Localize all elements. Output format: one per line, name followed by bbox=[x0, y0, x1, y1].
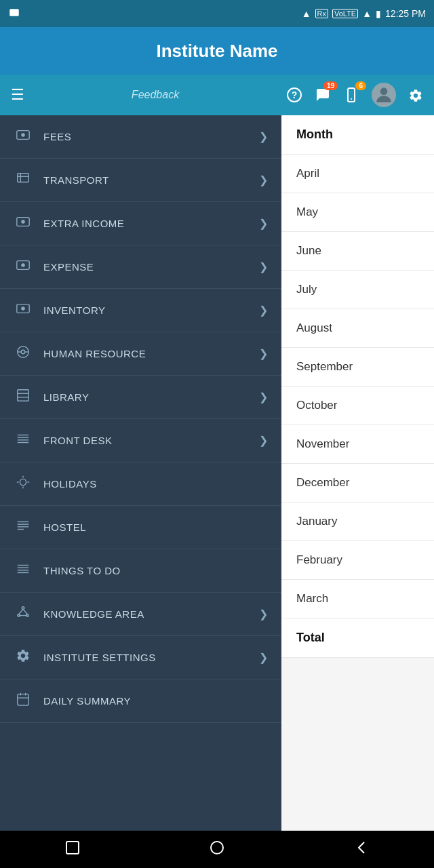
sidebar-item-holidays[interactable]: HOLIDAYS bbox=[0, 462, 281, 506]
svg-rect-8 bbox=[18, 174, 29, 182]
svg-text:?: ? bbox=[292, 90, 298, 100]
toolbar-icons: ? 19 6 bbox=[286, 83, 423, 107]
chevron-icon: ❯ bbox=[259, 347, 269, 360]
nav-square-button[interactable] bbox=[52, 838, 93, 861]
help-icon-button[interactable]: ? bbox=[286, 87, 302, 104]
sidebar-item-front-desk[interactable]: FRONT DESK ❯ bbox=[0, 419, 281, 462]
sidebar-item-fees-label: FEES bbox=[43, 131, 259, 142]
sidebar-item-things-to-do-label: THINGS TO DO bbox=[43, 565, 268, 576]
sidebar-item-front-desk-label: FRONT DESK bbox=[43, 435, 259, 446]
svg-rect-21 bbox=[18, 390, 29, 401]
wifi-icon: ▲ bbox=[302, 8, 311, 19]
svg-rect-0 bbox=[9, 9, 19, 16]
svg-line-44 bbox=[19, 609, 23, 614]
menu-hamburger-icon[interactable]: ☰ bbox=[11, 86, 24, 104]
month-item-december[interactable]: December bbox=[281, 464, 434, 502]
month-item-january[interactable]: January bbox=[281, 502, 434, 541]
sidebar-item-expense-label: EXPENSE bbox=[43, 261, 259, 273]
svg-point-52 bbox=[211, 842, 223, 854]
month-item-november[interactable]: November bbox=[281, 425, 434, 464]
holidays-icon bbox=[14, 475, 33, 493]
svg-point-41 bbox=[22, 607, 24, 610]
chevron-icon: ❯ bbox=[259, 174, 269, 186]
sidebar-item-daily-summary-label: DAILY SUMMARY bbox=[43, 695, 268, 707]
institute-settings-icon bbox=[14, 648, 33, 667]
sidebar-item-library[interactable]: LIBRARY ❯ bbox=[0, 376, 281, 419]
svg-point-12 bbox=[21, 220, 25, 224]
bottom-nav bbox=[0, 831, 434, 868]
sidebar-item-hostel-label: HOSTEL bbox=[43, 521, 268, 533]
user-avatar[interactable] bbox=[372, 83, 396, 107]
rx-indicator: Rx bbox=[315, 9, 328, 18]
sidebar-item-knowledge-area[interactable]: KNOWLEDGE AREA ❯ bbox=[0, 593, 281, 636]
chevron-icon: ❯ bbox=[259, 217, 269, 230]
phone-badge: 6 bbox=[355, 81, 366, 90]
sidebar-item-human-resource-label: HUMAN RESOURCE bbox=[43, 348, 259, 359]
sidebar-item-inventory[interactable]: INVENTORY ❯ bbox=[0, 289, 281, 332]
month-item-may[interactable]: May bbox=[281, 193, 434, 232]
transport-icon bbox=[14, 171, 33, 189]
month-item-october[interactable]: October bbox=[281, 387, 434, 425]
fees-icon bbox=[14, 127, 33, 146]
svg-point-7 bbox=[21, 133, 25, 137]
sidebar-item-inventory-label: INVENTORY bbox=[43, 304, 259, 316]
sidebar-item-expense[interactable]: EXPENSE ❯ bbox=[0, 245, 281, 289]
sidebar-item-institute-settings-label: INSTITUTE SETTINGS bbox=[43, 652, 259, 663]
svg-point-28 bbox=[20, 479, 26, 485]
chevron-icon: ❯ bbox=[259, 130, 269, 143]
svg-rect-51 bbox=[66, 842, 79, 854]
human-resource-icon bbox=[14, 344, 33, 363]
volte-indicator: VoLTE bbox=[332, 9, 358, 18]
sidebar-item-extra-income-label: EXTRA INCOME bbox=[43, 218, 259, 229]
month-item-february[interactable]: February bbox=[281, 541, 434, 580]
library-icon bbox=[14, 388, 33, 406]
month-item-august[interactable]: August bbox=[281, 309, 434, 348]
sidebar-item-institute-settings[interactable]: INSTITUTE SETTINGS ❯ bbox=[0, 636, 281, 679]
month-list: Month April May June July August Septemb… bbox=[281, 115, 434, 658]
status-bar: ▲ Rx VoLTE ▲ ▮ 12:25 PM bbox=[0, 0, 434, 27]
svg-point-4 bbox=[351, 98, 352, 100]
svg-point-5 bbox=[380, 87, 388, 95]
svg-point-14 bbox=[21, 263, 25, 267]
month-item-september[interactable]: September bbox=[281, 348, 434, 387]
institute-name-title: Institute Name bbox=[156, 41, 277, 62]
sidebar-item-hostel[interactable]: HOSTEL bbox=[0, 506, 281, 549]
signal-icon: ▲ bbox=[362, 8, 372, 19]
sidebar-item-transport[interactable]: TRANSPORT ❯ bbox=[0, 159, 281, 202]
chevron-icon: ❯ bbox=[259, 260, 269, 273]
feedback-label[interactable]: Feedback bbox=[38, 89, 273, 101]
sidebar-item-human-resource[interactable]: HUMAN RESOURCE ❯ bbox=[0, 332, 281, 376]
month-item-july[interactable]: July bbox=[281, 271, 434, 309]
month-item-march[interactable]: March bbox=[281, 580, 434, 618]
month-total: Total bbox=[281, 618, 434, 658]
sidebar-item-things-to-do[interactable]: THINGS TO DO bbox=[0, 549, 281, 593]
sidebar-item-extra-income[interactable]: EXTRA INCOME ❯ bbox=[0, 202, 281, 245]
status-bar-right: ▲ Rx VoLTE ▲ ▮ 12:25 PM bbox=[302, 8, 426, 19]
sidebar-item-library-label: LIBRARY bbox=[43, 391, 259, 403]
sidebar-item-daily-summary[interactable]: DAILY SUMMARY bbox=[0, 679, 281, 723]
sidebar-item-holidays-label: HOLIDAYS bbox=[43, 478, 268, 490]
daily-summary-icon bbox=[14, 692, 33, 710]
messages-badge: 19 bbox=[323, 81, 338, 90]
extra-income-icon bbox=[14, 214, 33, 233]
toolbar: ☰ Feedback ? 19 6 bbox=[0, 75, 434, 115]
chevron-icon: ❯ bbox=[259, 434, 269, 447]
messages-icon-button[interactable]: 19 bbox=[315, 87, 331, 104]
month-item-june[interactable]: June bbox=[281, 232, 434, 271]
phone-icon-button[interactable]: 6 bbox=[343, 87, 359, 104]
expense-icon bbox=[14, 258, 33, 276]
nav-back-button[interactable] bbox=[341, 838, 382, 861]
sidebar-item-fees[interactable]: FEES ❯ bbox=[0, 115, 281, 159]
chevron-icon: ❯ bbox=[259, 651, 269, 664]
sidebar: FEES ❯ TRANSPORT ❯ EXTRA INCOME ❯ EXPENS… bbox=[0, 115, 281, 831]
svg-rect-47 bbox=[18, 694, 29, 705]
month-list-header: Month bbox=[281, 115, 434, 155]
settings-icon-button[interactable] bbox=[408, 87, 423, 103]
front-desk-icon bbox=[14, 431, 33, 450]
chevron-icon: ❯ bbox=[259, 304, 269, 317]
nav-home-button[interactable] bbox=[197, 838, 237, 861]
knowledge-area-icon bbox=[14, 605, 33, 623]
things-to-do-icon bbox=[14, 561, 33, 580]
svg-line-45 bbox=[23, 609, 27, 614]
month-item-april[interactable]: April bbox=[281, 155, 434, 193]
